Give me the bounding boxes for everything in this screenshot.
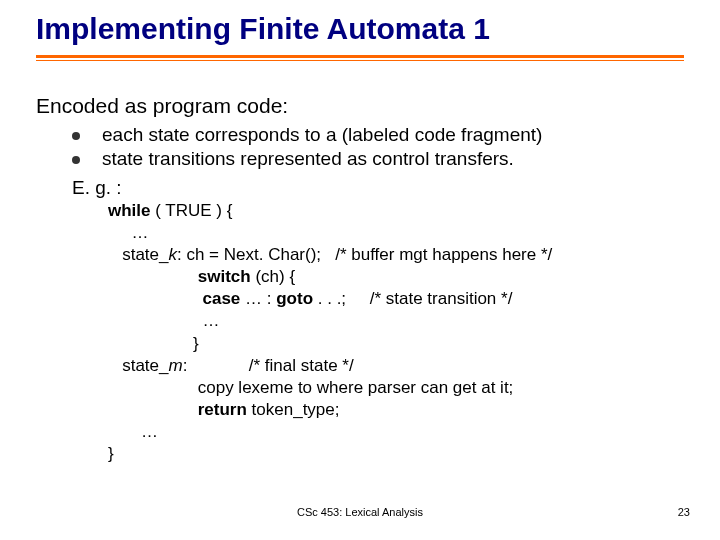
code-text: state_ — [108, 245, 168, 264]
kw-case: case — [202, 289, 240, 308]
code-text: } — [108, 333, 552, 355]
code-text — [108, 400, 198, 419]
example-label: E. g. : — [72, 177, 122, 199]
code-text: … — [108, 310, 552, 332]
code-text: copy lexeme to where parser can get at i… — [108, 377, 552, 399]
kw-while: while — [108, 201, 151, 220]
code-text: … — [108, 222, 552, 244]
footer-course: CSc 453: Lexical Analysis — [0, 506, 720, 518]
code-block: while ( TRUE ) { … state_k: ch = Next. C… — [108, 200, 552, 465]
code-text: … : — [240, 289, 276, 308]
code-text: state_ — [108, 356, 168, 375]
list-item: state transitions represented as control… — [72, 148, 542, 170]
bullet-text: state transitions represented as control… — [102, 148, 514, 170]
var-m: m — [168, 356, 182, 375]
footer-page-number: 23 — [678, 506, 690, 518]
bullet-icon — [72, 156, 80, 164]
code-text: . . .; /* state transition */ — [313, 289, 512, 308]
code-text — [108, 267, 198, 286]
code-text: (ch) { — [251, 267, 295, 286]
kw-goto: goto — [276, 289, 313, 308]
bullet-text: each state corresponds to a (labeled cod… — [102, 124, 542, 146]
kw-switch: switch — [198, 267, 251, 286]
code-text: … — [108, 421, 552, 443]
kw-return: return — [198, 400, 247, 419]
subtitle: Encoded as program code: — [36, 94, 288, 118]
bullet-list: each state corresponds to a (labeled cod… — [72, 124, 542, 172]
var-k: k — [168, 245, 177, 264]
title-underline-thick — [36, 55, 684, 58]
code-text: token_type; — [247, 400, 340, 419]
list-item: each state corresponds to a (labeled cod… — [72, 124, 542, 146]
code-text: ( TRUE ) { — [151, 201, 233, 220]
bullet-icon — [72, 132, 80, 140]
code-text — [108, 289, 202, 308]
slide-title: Implementing Finite Automata 1 — [36, 12, 490, 46]
title-underline-thin — [36, 60, 684, 61]
code-text: : /* final state */ — [183, 356, 354, 375]
code-text: : ch = Next. Char(); /* buffer mgt happe… — [177, 245, 552, 264]
code-text: } — [108, 443, 552, 465]
